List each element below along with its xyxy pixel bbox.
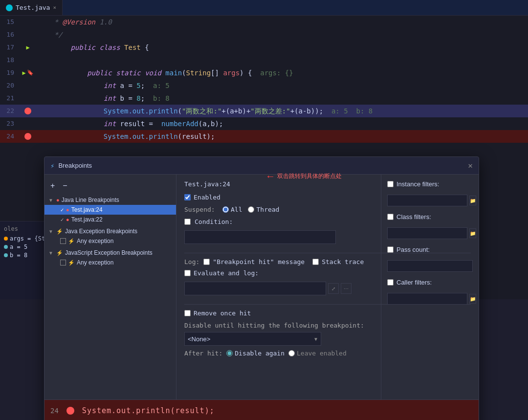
class-filters-browse-button[interactable]: 📁 bbox=[469, 228, 476, 238]
log-message-checkbox[interactable] bbox=[203, 259, 210, 265]
suspend-radio-group: All Thread bbox=[222, 206, 279, 213]
java-exception-group-icon: ⚡ bbox=[56, 228, 63, 235]
pass-count-input-row bbox=[387, 260, 473, 272]
java-line-group-icon: ● bbox=[56, 197, 60, 203]
log-stack-option: Stack trace bbox=[312, 258, 364, 265]
tree-group-java-line-header[interactable]: ▼ ● Java Line Breakpoints bbox=[44, 195, 176, 205]
tree-toolbar: + − bbox=[44, 178, 176, 193]
tab-bar: Test.java × bbox=[0, 0, 528, 16]
pass-count-label: Pass count: bbox=[396, 246, 430, 253]
log-stack-checkbox[interactable] bbox=[312, 259, 319, 265]
bookmark-gutter-icon-19: 🔖 bbox=[27, 66, 34, 79]
tree-item-label-24: Test.java:24 bbox=[71, 206, 103, 213]
suspend-thread-option: Thread bbox=[248, 206, 279, 213]
breakpoint-icon-22[interactable] bbox=[24, 108, 31, 114]
js-exception-group-label: JavaScript Exception Breakpoints bbox=[65, 249, 153, 256]
line-number-16: 16 bbox=[0, 28, 22, 41]
class-filters-input[interactable] bbox=[387, 227, 467, 239]
run-gutter-icon-17: ▶ bbox=[26, 41, 29, 54]
line-number-22: 22 bbox=[0, 105, 22, 117]
tab-label: Test.java bbox=[16, 4, 50, 11]
tree-item-test-java-22[interactable]: ✓ ● Test.java:22 bbox=[44, 215, 176, 224]
class-filters-label: Class filters: bbox=[396, 213, 431, 221]
tab-close-button[interactable]: × bbox=[53, 4, 56, 11]
enabled-checkbox[interactable] bbox=[184, 194, 191, 200]
disable-until-dropdown[interactable]: <None> bbox=[184, 332, 321, 346]
suspend-label: Suspend: bbox=[184, 206, 219, 213]
disable-until-dropdown-wrapper: <None> ▼ bbox=[184, 332, 321, 346]
condition-input[interactable] bbox=[184, 230, 336, 244]
line-number-18: 18 bbox=[0, 54, 22, 66]
var-label-b: b = 8 bbox=[10, 252, 27, 259]
line-number-24: 24 bbox=[0, 130, 22, 143]
tree-group-js-exception-header[interactable]: ▼ ⚡ JavaScript Exception Breakpoints bbox=[44, 248, 176, 258]
line-number-19: 19 bbox=[0, 66, 22, 79]
code-lines: 15 * @Version 1.0 16 */ 17 ▶ public clas… bbox=[0, 16, 528, 143]
java-exception-group-label: Java Exception Breakpoints bbox=[65, 228, 137, 235]
tree-item-checkbox-22: ✓ bbox=[60, 217, 64, 222]
tree-item-label-java-any: Any exception bbox=[77, 238, 113, 244]
dialog-title-icon: ⚡ bbox=[50, 162, 54, 170]
suspend-thread-label: Thread bbox=[256, 206, 279, 213]
dialog-right-area: Test.java:24 ← 双击跳转到具体的断点处 Enabled Suspe… bbox=[176, 175, 479, 399]
class-filters-input-row: 📁 bbox=[387, 227, 473, 239]
preview-line-number: 24 bbox=[50, 407, 59, 415]
tree-group-java-line: ▼ ● Java Line Breakpoints ✓ ● Test.java:… bbox=[44, 195, 176, 224]
leave-enabled-label: Leave enabled bbox=[297, 350, 347, 357]
caller-filters-checkbox[interactable] bbox=[387, 279, 394, 286]
pass-count-checkbox[interactable] bbox=[387, 246, 394, 253]
evaluate-option-button[interactable]: ⋯ bbox=[341, 283, 352, 294]
instance-filters-checkbox[interactable] bbox=[387, 181, 394, 187]
class-filters-checkbox[interactable] bbox=[387, 214, 394, 220]
line-number-17: 17 bbox=[0, 41, 22, 54]
suspend-all-radio[interactable] bbox=[222, 206, 229, 213]
instance-filters-input-row: 📁 bbox=[387, 195, 473, 206]
class-filters-row: Class filters: bbox=[387, 213, 473, 221]
caller-filters-input-row: 📁 bbox=[387, 293, 473, 305]
tree-item-checkbox-24: ✓ bbox=[60, 207, 64, 213]
tree-item-bp-icon-22: ● bbox=[66, 217, 69, 222]
tree-item-test-java-24[interactable]: ✓ ● Test.java:24 bbox=[44, 205, 176, 215]
after-hit-label: After hit: bbox=[184, 350, 222, 357]
filters-panel: Instance filters: 📁 Class filters: 📁 bbox=[381, 175, 479, 399]
line-gutter-17: ▶ bbox=[22, 41, 34, 54]
caller-filters-row: Caller filters: bbox=[387, 279, 473, 286]
breakpoint-icon-24[interactable] bbox=[24, 133, 31, 140]
caller-filters-browse-button[interactable]: 📁 bbox=[469, 294, 476, 304]
caller-filters-input[interactable] bbox=[387, 293, 467, 305]
breakpoints-dialog: ⚡ Breakpoints ✕ + − ▼ ● Java Line Breakp… bbox=[44, 156, 479, 420]
evaluate-expand-button[interactable]: ⤢ bbox=[328, 283, 339, 294]
tree-item-lightning-js: ⚡ bbox=[68, 260, 75, 266]
line-gutter-24 bbox=[22, 133, 34, 140]
preview-code: System.out.println(result); bbox=[82, 406, 215, 415]
tree-item-label-22: Test.java:22 bbox=[71, 216, 103, 223]
tab-test-java[interactable]: Test.java × bbox=[0, 0, 63, 15]
evaluate-input[interactable] bbox=[184, 282, 326, 295]
log-message-option: "Breakpoint hit" message bbox=[203, 258, 305, 265]
leave-enabled-radio[interactable] bbox=[288, 350, 295, 356]
suspend-thread-radio[interactable] bbox=[248, 206, 254, 213]
remove-once-checkbox[interactable] bbox=[184, 310, 191, 316]
dialog-preview: 24 System.out.println(result); bbox=[44, 399, 479, 420]
disable-again-option: Disable again bbox=[226, 350, 285, 357]
disable-again-radio[interactable] bbox=[226, 350, 233, 356]
tree-item-js-any-exception[interactable]: ⚡ Any exception bbox=[44, 258, 176, 267]
remove-breakpoint-button[interactable]: − bbox=[61, 180, 69, 191]
instance-filters-input[interactable] bbox=[387, 195, 467, 206]
tree-group-java-exception-header[interactable]: ▼ ⚡ Java Exception Breakpoints bbox=[44, 226, 176, 236]
line-number-20: 20 bbox=[0, 79, 22, 92]
java-line-group-label: Java Line Breakpoints bbox=[62, 197, 119, 203]
suspend-all-label: All bbox=[231, 206, 242, 213]
tree-item-java-any-exception[interactable]: ⚡ Any exception bbox=[44, 236, 176, 246]
condition-checkbox[interactable] bbox=[184, 219, 191, 225]
dialog-close-button[interactable]: ✕ bbox=[468, 161, 473, 170]
add-breakpoint-button[interactable]: + bbox=[48, 180, 57, 191]
instance-filters-browse-button[interactable]: 📁 bbox=[469, 196, 476, 205]
condition-label: Condition: bbox=[195, 218, 233, 225]
tree-toggle-java-line: ▼ bbox=[48, 198, 54, 203]
line-number-23: 23 bbox=[0, 117, 22, 130]
dialog-body: + − ▼ ● Java Line Breakpoints ✓ ● Test.j… bbox=[44, 175, 479, 399]
evaluate-checkbox[interactable] bbox=[184, 270, 191, 276]
pass-count-input[interactable] bbox=[387, 260, 473, 272]
line-gutter-19: ▶ 🔖 bbox=[22, 66, 34, 79]
